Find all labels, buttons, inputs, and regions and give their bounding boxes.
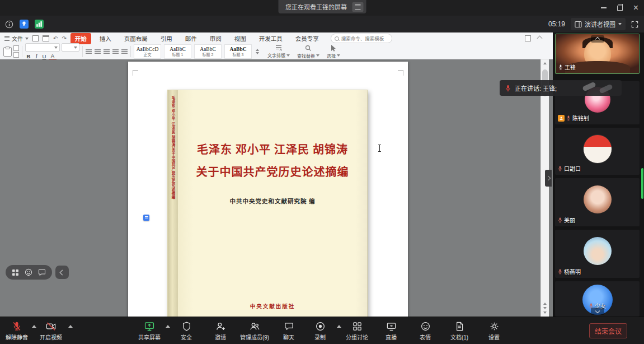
- app-shortcut-blue-icon[interactable]: [20, 20, 29, 29]
- format-painter-icon[interactable]: [13, 52, 19, 58]
- manage-members-button[interactable]: 管理成员(9): [240, 320, 269, 341]
- italic-button[interactable]: I: [33, 54, 40, 59]
- underline-button[interactable]: U: [41, 53, 48, 59]
- fullscreen-button[interactable]: [631, 21, 638, 28]
- scroll-up-icon[interactable]: [543, 62, 547, 64]
- cut-icon[interactable]: [13, 45, 19, 51]
- text-layout-button[interactable]: 文字排版: [267, 45, 290, 58]
- avatar: [584, 185, 612, 213]
- participant-tile-yangyanming[interactable]: 杨燕明: [555, 230, 640, 278]
- meeting-control-bar: 解除静音 开启视频 共享屏幕 安全 邀请 管理成员(9) 聊天: [0, 317, 644, 344]
- page-browse-buttons[interactable]: [543, 303, 547, 314]
- quick-chat-icon[interactable]: [38, 269, 46, 276]
- participant-tile-koutiankou[interactable]: 口甜口: [555, 128, 640, 175]
- ribbon-right-controls: [525, 35, 548, 41]
- start-video-button[interactable]: 开启视频: [40, 320, 62, 341]
- ribbon-tool-icon[interactable]: [525, 35, 531, 41]
- participant-namebar: 杨燕明: [558, 267, 581, 276]
- live-stream-button[interactable]: 直播: [386, 320, 397, 341]
- live-icon: [386, 320, 397, 332]
- sidebar-collapse-handle[interactable]: [545, 170, 552, 187]
- undo-icon[interactable]: ↶: [53, 36, 58, 41]
- tab-insert[interactable]: 插入: [95, 33, 116, 44]
- speaking-indicator-banner: 正在讲话: 王锋;: [500, 80, 622, 96]
- security-button[interactable]: 安全: [181, 320, 192, 341]
- audio-options-caret[interactable]: [32, 325, 36, 328]
- minimize-button[interactable]: [595, 0, 612, 16]
- watching-screen-text: 您正在观看王锋的屏幕: [285, 2, 347, 11]
- mic-icon: [558, 166, 562, 171]
- tab-premium[interactable]: 会员专享: [291, 33, 323, 44]
- file-menu-button[interactable]: 文件: [4, 34, 29, 43]
- find-replace-button[interactable]: 查找替换: [297, 45, 319, 59]
- participant-tile-meili[interactable]: 美丽: [555, 178, 640, 226]
- style-gallery-arrows[interactable]: [255, 49, 260, 54]
- print-icon[interactable]: [43, 35, 49, 41]
- tab-mailings[interactable]: 邮件: [181, 33, 201, 44]
- stats-chart-green-icon[interactable]: [35, 20, 44, 29]
- apps-grid-icon[interactable]: [12, 269, 19, 276]
- tab-developer[interactable]: 开发工具: [255, 33, 287, 44]
- settings-button[interactable]: 设置: [488, 320, 500, 341]
- chat-button[interactable]: 聊天: [283, 320, 294, 341]
- banner-menu-button[interactable]: [352, 2, 363, 12]
- invite-button[interactable]: 邀请: [215, 320, 226, 341]
- video-options-caret[interactable]: [68, 325, 73, 328]
- expand-videos-button[interactable]: [591, 308, 604, 315]
- redo-icon[interactable]: ↷: [62, 36, 66, 41]
- collapse-ribbon-button[interactable]: [537, 36, 543, 41]
- tab-references[interactable]: 引用: [156, 33, 177, 44]
- book-cover-image[interactable]: 毛泽东 邓小平 江泽民 胡锦涛关于中国共产党历史论述摘编 毛泽东 邓小平 江泽民…: [167, 90, 368, 317]
- floating-tool-icon[interactable]: [143, 215, 149, 221]
- style-heading3[interactable]: AaBbC 标题 3: [224, 44, 252, 59]
- tab-review[interactable]: 审阅: [205, 33, 226, 44]
- align-left-button[interactable]: [86, 49, 92, 54]
- info-button[interactable]: [5, 20, 13, 29]
- participant-name: 杨燕明: [564, 267, 581, 276]
- document-page[interactable]: 毛泽东 邓小平 江泽民 胡锦涛关于中国共产党历史论述摘编 毛泽东 邓小平 江泽民…: [128, 62, 408, 317]
- sidebar-scrollbar-thumb[interactable]: [641, 168, 643, 199]
- font-size-select[interactable]: [62, 43, 79, 52]
- save-icon[interactable]: [32, 35, 39, 41]
- minimize-icon: [601, 7, 607, 8]
- font-name-select[interactable]: [25, 43, 60, 52]
- tab-home[interactable]: 开始: [70, 33, 91, 44]
- style-heading1[interactable]: AaBbC 标题 1: [164, 44, 191, 59]
- tab-page-layout[interactable]: 页面布局: [120, 33, 152, 44]
- maximize-button[interactable]: [612, 0, 628, 16]
- justify-button[interactable]: [112, 49, 119, 54]
- divider: [82, 46, 83, 57]
- meeting-timer: 05:19: [548, 20, 565, 28]
- docs-button[interactable]: 文档(1): [450, 320, 468, 341]
- participant-namebar: 口甜口: [558, 164, 581, 173]
- tab-view[interactable]: 视图: [230, 33, 251, 44]
- record-options-caret[interactable]: [337, 325, 341, 328]
- close-button[interactable]: ×: [628, 0, 644, 16]
- emoji-reaction-icon[interactable]: [25, 268, 32, 276]
- mic-icon: [566, 115, 571, 121]
- share-options-caret[interactable]: [166, 325, 170, 328]
- watching-screen-banner: 您正在观看王锋的屏幕: [278, 0, 366, 13]
- document-scrollbar[interactable]: [540, 59, 549, 317]
- style-heading2[interactable]: AaBbC 标题 2: [194, 44, 222, 59]
- align-center-button[interactable]: [95, 49, 101, 54]
- view-mode-button[interactable]: 演讲者视图: [571, 18, 626, 30]
- line-spacing-button[interactable]: [121, 49, 128, 54]
- record-button[interactable]: 录制: [314, 320, 326, 341]
- participant-tile-wangfeng[interactable]: 王锋: [555, 34, 640, 74]
- reactions-button[interactable]: 表情: [420, 320, 431, 341]
- paste-button[interactable]: [3, 47, 12, 57]
- breakout-rooms-button[interactable]: 分组讨论: [346, 320, 368, 341]
- select-button[interactable]: 选择: [327, 45, 340, 59]
- bold-button[interactable]: B: [25, 53, 32, 59]
- chevron-down-icon: [25, 38, 29, 40]
- align-right-button[interactable]: [104, 49, 110, 54]
- collapse-videos-button[interactable]: [591, 35, 604, 43]
- unmute-button[interactable]: 解除静音: [6, 320, 28, 341]
- end-meeting-button[interactable]: 结束会议: [589, 323, 627, 338]
- style-normal[interactable]: AaBbCcD 正文: [134, 44, 161, 59]
- annotation-collapse-button[interactable]: [55, 266, 69, 279]
- share-screen-button[interactable]: 共享屏幕: [138, 320, 161, 341]
- command-search-input[interactable]: [341, 36, 388, 41]
- participant-tile-shaonv[interactable]: 少女: [555, 281, 640, 317]
